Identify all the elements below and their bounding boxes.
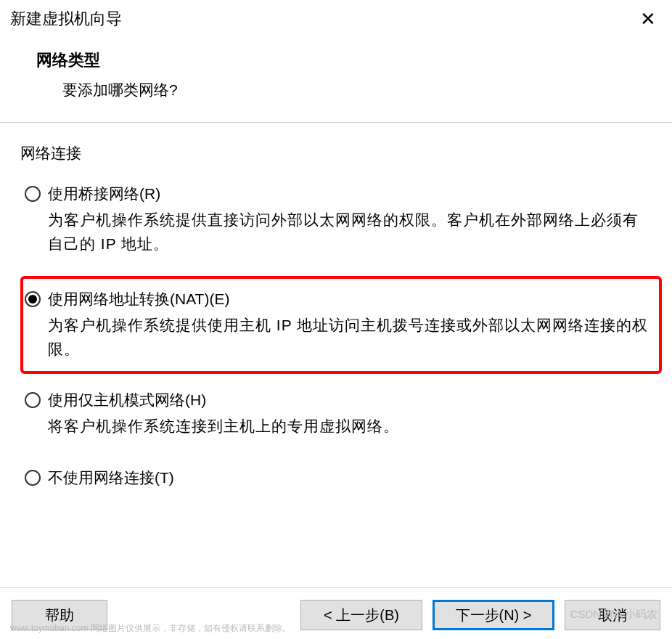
content-area: 网络连接 使用桥接网络(R) 为客户机操作系统提供直接访问外部以太网网络的权限。… <box>0 123 672 488</box>
radio-label: 使用网络地址转换(NAT)(E) <box>48 289 229 309</box>
radio-row[interactable]: 使用桥接网络(R) <box>25 184 653 204</box>
radio-description: 为客户机操作系统提供使用主机 IP 地址访问主机拨号连接或外部以太网网络连接的权… <box>48 314 650 361</box>
radio-option-none: 不使用网络连接(T) <box>20 468 662 488</box>
titlebar: 新建虚拟机向导 ✕ <box>0 0 672 36</box>
network-connection-fieldset: 网络连接 使用桥接网络(R) 为客户机操作系统提供直接访问外部以太网网络的权限。… <box>20 143 662 488</box>
radio-row[interactable]: 不使用网络连接(T) <box>25 468 653 488</box>
radio-option-nat: 使用网络地址转换(NAT)(E) 为客户机操作系统提供使用主机 IP 地址访问主… <box>20 276 662 374</box>
radio-icon[interactable] <box>25 186 41 202</box>
page-title: 网络类型 <box>36 49 662 71</box>
radio-description: 为客户机操作系统提供直接访问外部以太网网络的权限。客户机在外部网络上必须有自己的… <box>48 208 653 256</box>
close-icon[interactable]: ✕ <box>634 8 662 30</box>
window-title: 新建虚拟机向导 <box>10 8 122 30</box>
radio-icon[interactable] <box>25 291 41 307</box>
radio-label: 使用桥接网络(R) <box>48 184 160 204</box>
watermark-text: www.toymoban.com 网络图片仅供展示，非存储，如有侵权请联系删除。 <box>10 622 291 635</box>
wizard-header: 网络类型 要添加哪类网络? <box>0 36 672 122</box>
radio-label: 不使用网络连接(T) <box>48 468 174 488</box>
radio-label: 使用仅主机模式网络(H) <box>48 390 206 410</box>
radio-row[interactable]: 使用网络地址转换(NAT)(E) <box>25 289 650 309</box>
radio-icon[interactable] <box>25 392 41 408</box>
cancel-button[interactable]: 取消 <box>565 600 660 630</box>
radio-row[interactable]: 使用仅主机模式网络(H) <box>25 390 653 410</box>
radio-description: 将客户机操作系统连接到主机上的专用虚拟网络。 <box>48 415 653 439</box>
page-subtitle: 要添加哪类网络? <box>62 80 662 100</box>
radio-option-bridged: 使用桥接网络(R) 为客户机操作系统提供直接访问外部以太网网络的权限。客户机在外… <box>20 184 662 256</box>
radio-option-hostonly: 使用仅主机模式网络(H) 将客户机操作系统连接到主机上的专用虚拟网络。 <box>20 390 662 439</box>
fieldset-legend: 网络连接 <box>20 143 662 163</box>
next-button[interactable]: 下一步(N) > <box>433 600 554 630</box>
back-button[interactable]: < 上一步(B) <box>300 600 422 630</box>
radio-icon[interactable] <box>25 470 41 486</box>
